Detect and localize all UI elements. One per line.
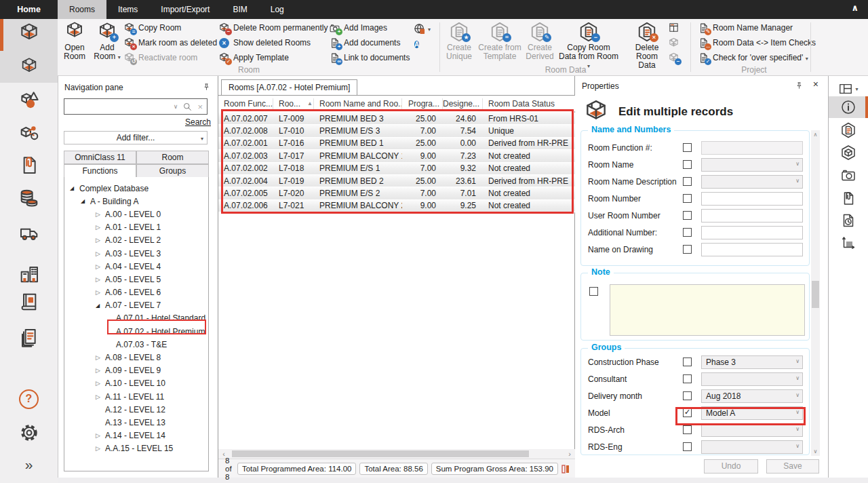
field-input[interactable]	[701, 372, 803, 386]
tree-item[interactable]: A.13 - LEVEL 13	[64, 416, 208, 429]
sidebar-help-button[interactable]: ?	[0, 386, 58, 412]
sidebar-items-button[interactable]	[0, 87, 58, 113]
close-icon[interactable]: ×	[813, 79, 818, 90]
tree-expander-icon[interactable]	[81, 198, 90, 204]
scroll-up-icon[interactable]: ∧	[811, 132, 820, 138]
language-badge[interactable]: A	[414, 39, 419, 50]
tree-expander-icon[interactable]	[96, 263, 105, 270]
table-row[interactable]: A.07.02.005 L7-020 PREMIUM E/S 2 7.00 7.…	[218, 187, 575, 199]
tree-item[interactable]: A.08 - LEVEL 8	[64, 351, 208, 364]
document-tab[interactable]: Rooms [A.07.02 - Hotel Premium]	[221, 79, 357, 95]
tree-expander-icon[interactable]	[96, 303, 105, 309]
tree-expander-icon[interactable]	[70, 185, 79, 191]
table-row[interactable]: A.07.02.006 L7-021 PREMIUM BALCONY 2 9.0…	[218, 200, 575, 212]
table-row[interactable]: A.07.02.002 L7-018 PREMIUM E/S 1 7.00 9.…	[218, 163, 575, 175]
sidebar-rooms-button[interactable]	[0, 20, 58, 46]
tree-item[interactable]: A.07.01 - Hotel Standard	[64, 312, 208, 325]
column-header-room-function[interactable]: Room Func...	[218, 98, 273, 109]
mark-room-deleted-button[interactable]: × Mark room as deleted	[123, 37, 217, 49]
apply-checkbox[interactable]	[683, 442, 692, 451]
room-data-panel-button[interactable]	[668, 22, 679, 33]
ribbon-tab[interactable]: Import/Export	[149, 0, 221, 19]
sidebar-finance-button[interactable]	[0, 185, 58, 211]
sidebar-settings-button[interactable]	[0, 420, 58, 446]
tree-item[interactable]: A.14 - LEVEL 14	[64, 429, 208, 442]
tree-item[interactable]: A.03 - LEVEL 3	[64, 247, 208, 260]
field-input[interactable]	[701, 226, 803, 239]
field-input[interactable]	[701, 158, 803, 172]
tree-item[interactable]: A.02 - LEVEL 2	[64, 234, 208, 247]
create-from-template-button[interactable]: = Create from Template	[477, 20, 522, 66]
table-row[interactable]: A.07.02.003 L7-017 PREMIUM BALCONY 1 9.0…	[218, 150, 575, 162]
column-header-room-name[interactable]: Room Name and Roo...	[314, 98, 402, 109]
field-input[interactable]	[701, 175, 803, 189]
apply-checkbox[interactable]	[683, 228, 692, 237]
scroll-down-icon[interactable]: ∨	[811, 448, 820, 455]
scroll-right-icon[interactable]: ›	[564, 450, 575, 458]
tree-expander-icon[interactable]	[96, 393, 105, 400]
save-button[interactable]: Save	[766, 459, 819, 474]
view-room-data-button[interactable]	[829, 119, 868, 141]
add-filter-dropdown[interactable]: Add filter... ▾	[64, 131, 208, 144]
tree-item[interactable]: A.05 - LEVEL 5	[64, 273, 208, 286]
room-name-manager-button[interactable]: ✎ Room Name Manager	[698, 22, 793, 34]
tree-expander-icon[interactable]	[96, 432, 105, 439]
apply-checkbox[interactable]	[683, 374, 692, 383]
sidebar-reports-button[interactable]	[0, 325, 58, 351]
open-room-button[interactable]: Open Room	[59, 20, 90, 66]
tree-item[interactable]: A.12 - LEVEL 12	[64, 403, 208, 416]
tree-expander-icon[interactable]	[96, 380, 105, 387]
tree-item[interactable]: A.00 - LEVEL 0	[64, 208, 208, 220]
note-textarea[interactable]	[610, 284, 805, 336]
view-info-button[interactable]	[829, 96, 868, 118]
apply-checkbox[interactable]	[683, 177, 692, 186]
tree-item[interactable]: A.01 - LEVEL 1	[64, 221, 208, 234]
field-input[interactable]	[701, 192, 803, 206]
column-header-programmed[interactable]: Progra...	[402, 98, 443, 109]
tree-expander-icon[interactable]	[96, 289, 105, 296]
add-documents-button[interactable]: + Add documents	[329, 37, 400, 49]
copy-room-button[interactable]: = Copy Room	[123, 22, 181, 34]
ribbon-tab[interactable]: Items	[106, 0, 149, 19]
column-header-room-number[interactable]: Roo... ▲	[273, 98, 314, 109]
tree-expander-icon[interactable]	[96, 367, 105, 374]
tree-item[interactable]: A.06 - LEVEL 6	[64, 286, 208, 299]
tree-expander-icon[interactable]	[96, 276, 105, 283]
view-images-button[interactable]	[829, 164, 868, 186]
sidebar-catalog-button[interactable]	[0, 289, 58, 315]
tree-item[interactable]: A.A.15 - LEVEL 15	[64, 442, 208, 455]
field-input[interactable]	[701, 141, 803, 155]
search-input[interactable]: ∨ ×	[64, 98, 208, 115]
note-checkbox[interactable]	[589, 287, 598, 296]
view-documents-button[interactable]	[829, 187, 868, 209]
view-measurements-button[interactable]	[829, 232, 868, 254]
table-row[interactable]: A.07.02.004 L7-019 PREMIUM BED 2 25.00 2…	[218, 175, 575, 187]
add-images-button[interactable]: + Add Images	[329, 22, 387, 34]
ribbon-tab[interactable]: BIM	[221, 0, 258, 19]
field-input[interactable]	[701, 423, 803, 437]
view-3d-model-button[interactable]	[829, 142, 868, 163]
tree-expander-icon[interactable]	[96, 211, 105, 218]
table-row[interactable]: A.07.02.008 L7-010 PREMIUM E/S 3 7.00 7.…	[218, 125, 575, 137]
sidebar-logistics-button[interactable]	[0, 220, 58, 246]
pin-icon[interactable]	[202, 83, 211, 94]
tree-item[interactable]: A.07.03 - T&E	[64, 338, 208, 351]
search-options-caret-icon[interactable]: ∨	[174, 103, 178, 110]
apply-checkbox[interactable]	[683, 211, 692, 220]
field-input[interactable]	[701, 243, 803, 256]
room-data-item-checks-button[interactable]: ↔ Room Data <-> Item Checks	[698, 37, 816, 49]
tree-expander-icon[interactable]	[96, 445, 105, 452]
apply-checkbox[interactable]	[683, 160, 692, 169]
delete-room-data-button[interactable]: × Delete Room Data	[629, 20, 665, 66]
search-icon[interactable]	[182, 102, 193, 112]
scrollbar-thumb[interactable]	[232, 450, 529, 457]
classification-tab[interactable]: Groups	[136, 164, 209, 178]
vertical-scrollbar[interactable]: ∧ ∨	[811, 130, 820, 456]
tree-item[interactable]: A.10 - LEVEL 10	[64, 377, 208, 390]
field-input[interactable]	[701, 209, 803, 223]
add-room-button[interactable]: + Add Room ▾	[90, 20, 124, 66]
tree-item[interactable]: A.11 - LEVEL 11	[64, 390, 208, 403]
copy-room-data-button[interactable]: − Copy Room Data from Room ▾	[557, 20, 620, 66]
view-log-button[interactable]	[829, 210, 868, 231]
tab-home[interactable]: Home	[0, 0, 58, 19]
